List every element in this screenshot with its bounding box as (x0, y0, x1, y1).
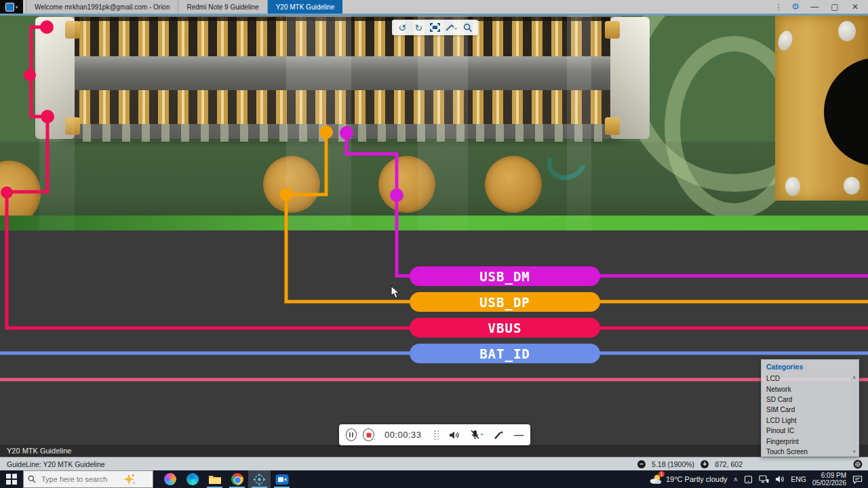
weather-alert-badge: 1 (658, 471, 665, 477)
search-icon (28, 475, 36, 483)
scroll-up-icon[interactable]: ∧ (852, 375, 856, 380)
category-item-lcd-light[interactable]: LCD Light (762, 415, 850, 426)
fit-view-icon[interactable] (427, 21, 442, 34)
language-indicator[interactable]: ENG (791, 475, 806, 483)
close-button[interactable]: ✕ (845, 0, 865, 14)
tab-redmi-note-9[interactable]: Redmi Note 9 Guideline (178, 0, 267, 14)
tab-accent-line (0, 14, 868, 16)
board-hole (824, 58, 868, 166)
tab-y20-mtk[interactable]: Y20 MTK Guideline (268, 0, 343, 14)
start-button[interactable] (0, 470, 23, 488)
copilot-app-icon[interactable] (159, 470, 181, 488)
guideline-title-strip: Y20 MTK Guideline (0, 445, 868, 457)
annotate-pen-icon[interactable] (494, 430, 504, 440)
window-controls: ⋮ ⚙ — ▢ ✕ (770, 0, 868, 14)
taskbar-search[interactable] (23, 470, 153, 488)
speaker-icon[interactable] (449, 430, 460, 440)
tab-welcome[interactable]: Welcome mrkhan1991pk@gmail.com - Orion (26, 0, 178, 14)
microphone-muted-icon[interactable] (470, 430, 484, 440)
tablet-device-icon[interactable] (744, 475, 753, 484)
taskbar: 1 19°C Partly cloudy ∧ (0, 470, 868, 488)
connector-bracket-right (610, 17, 650, 139)
category-item-pinout-ic[interactable]: Pinout IC (762, 426, 850, 436)
tray-expand-icon[interactable]: ∧ (734, 476, 738, 483)
orion-app-icon[interactable] (248, 470, 271, 488)
kebab-menu-icon[interactable]: ⋮ (770, 0, 787, 14)
categories-title: Categories (762, 360, 859, 373)
chrome-app-icon[interactable] (226, 470, 248, 488)
search-input[interactable] (40, 474, 119, 484)
copilot-sparkle-icon (123, 472, 136, 486)
category-item-sd-card[interactable]: SD Card (762, 394, 850, 405)
rotate-cw-icon[interactable]: ↻ (411, 21, 426, 34)
glare-streak (286, 16, 351, 230)
net-label-usb-dm[interactable]: USB_DM (410, 266, 600, 286)
zoom-level-value: 5.18 (1900%) (652, 460, 694, 468)
system-tray: 1 19°C Partly cloudy ∧ (650, 470, 868, 488)
categories-list: LCD Network SD Card SIM Card LCD Light P… (762, 373, 850, 456)
globe-icon[interactable] (853, 460, 863, 469)
categories-panel: Categories LCD Network SD Card SIM Card … (761, 359, 859, 457)
solder-blob (785, 177, 800, 196)
net-label-vbus[interactable]: VBUS (410, 318, 600, 338)
taskbar-app-icons (159, 470, 293, 488)
pause-recording-button[interactable] (346, 428, 357, 441)
settings-gear-icon[interactable]: ⚙ (787, 0, 804, 14)
zoom-in-icon[interactable]: + (701, 460, 709, 468)
category-item-fingerprint[interactable]: Fingerprint (762, 436, 850, 446)
tab-bar-spacer (342, 0, 770, 14)
categories-scrollbar[interactable]: ∧ ∨ (850, 373, 858, 455)
app-menu-button[interactable]: ▾ (0, 0, 23, 14)
net-label-usb-dp[interactable]: USB_DP (410, 292, 600, 312)
glare-streak (39, 16, 75, 230)
screen: ▾ Welcome mrkhan1991pk@gmail.com - Orion… (0, 0, 868, 488)
status-guideline-label: GuideLine: Y20 MTK Guideline (7, 458, 105, 471)
net-label-bat-id[interactable]: BAT_ID (410, 344, 600, 363)
draw-pen-icon[interactable] (444, 21, 459, 34)
cursor-coordinates: 872, 602 (715, 460, 743, 468)
rotate-ccw-icon[interactable]: ↺ (395, 21, 410, 34)
magnifier-icon[interactable] (460, 21, 475, 34)
glare-streak (567, 16, 591, 230)
pcb-photo (0, 16, 868, 230)
windows-logo-icon (6, 474, 17, 485)
taskbar-clock[interactable]: 6:09 PM 05/02/2026 (812, 472, 846, 487)
glare-streak (418, 16, 468, 230)
file-explorer-app-icon[interactable] (203, 470, 226, 488)
weather-condition: Partly cloudy (685, 475, 728, 483)
clock-time: 6:09 PM (821, 472, 846, 479)
drag-handle-icon[interactable] (433, 430, 439, 441)
stop-recording-button[interactable] (363, 428, 374, 441)
solder-blob (838, 21, 856, 41)
taskbar-weather[interactable]: 1 19°C Partly cloudy (650, 474, 728, 485)
scroll-down-icon[interactable]: ∨ (852, 449, 856, 454)
category-item-touch-screen[interactable]: Touch Screen (762, 447, 850, 457)
status-right-cluster: − 5.18 (1900%) + 872, 602 (637, 458, 743, 471)
camera-app-icon[interactable] (271, 470, 293, 488)
maximize-button[interactable]: ▢ (825, 0, 845, 14)
minimize-button[interactable]: — (804, 0, 825, 14)
solder-pad (485, 156, 542, 213)
guideline-canvas[interactable]: USB_DM USB_DP VBUS BAT_ID ↺ ↻ (0, 16, 868, 445)
zoom-out-icon[interactable]: − (637, 460, 646, 468)
category-item-lcd[interactable]: LCD (762, 373, 850, 384)
volume-icon[interactable] (775, 475, 785, 483)
guideline-title: Y20 MTK Guideline (0, 447, 71, 455)
status-bar: GuideLine: Y20 MTK Guideline − 5.18 (190… (0, 457, 868, 470)
window-tab-bar: ▾ Welcome mrkhan1991pk@gmail.com - Orion… (0, 0, 868, 14)
clock-date: 05/02/2026 (812, 479, 846, 487)
mouse-cursor (391, 285, 401, 299)
canvas-toolbar: ↺ ↻ (392, 20, 478, 35)
notification-center-icon[interactable] (852, 475, 863, 484)
app-icon (5, 3, 14, 12)
recorder-minimize-button[interactable]: — (514, 430, 524, 441)
category-item-sim-card[interactable]: SIM Card (762, 405, 850, 415)
network-icon[interactable] (759, 475, 769, 483)
category-item-network[interactable]: Network (762, 384, 850, 394)
edge-app-icon[interactable] (181, 470, 203, 488)
chevron-down-icon: ▾ (16, 5, 18, 9)
solder-blob (844, 177, 860, 195)
recording-elapsed-time: 00:00:33 (384, 430, 422, 440)
screen-recorder-bar: 00:00:33 — (339, 424, 530, 445)
weather-temperature: 19°C (666, 475, 683, 483)
